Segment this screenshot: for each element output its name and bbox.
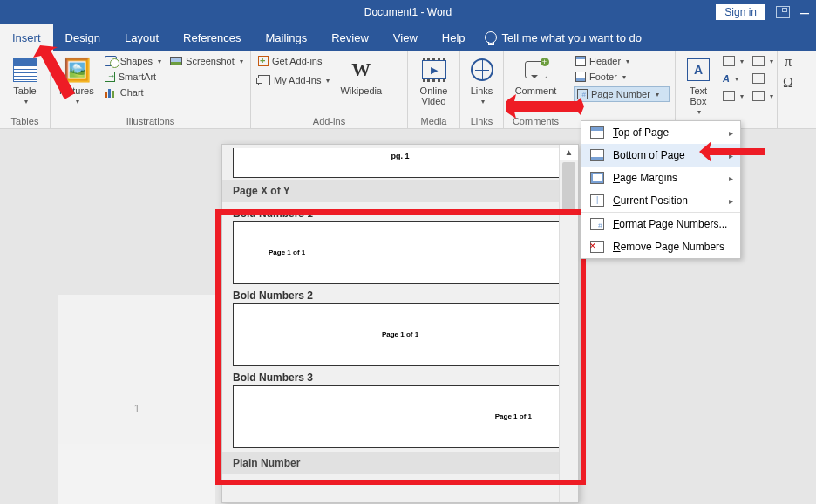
- format-page-numbers-icon: [590, 218, 604, 230]
- preview-text: Page 1 of 1: [495, 412, 532, 420]
- links-button[interactable]: Links ▾: [465, 54, 500, 107]
- header-button[interactable]: Header ▾: [574, 54, 670, 68]
- chart-button[interactable]: Chart: [103, 85, 163, 99]
- menu-page-margins[interactable]: Page Margins ▸: [581, 167, 740, 189]
- quick-parts-button[interactable]: ▾: [721, 54, 745, 68]
- signature-line-button[interactable]: ▾: [751, 54, 775, 68]
- comment-icon: [525, 61, 547, 78]
- tab-view[interactable]: View: [381, 24, 430, 51]
- page-margins-icon: [590, 172, 604, 184]
- chevron-down-icon: ▾: [626, 58, 629, 65]
- preview-current-label: pg. 1: [391, 152, 409, 160]
- preview-text: Page 1 of 1: [382, 330, 418, 338]
- menu-remove-page-numbers[interactable]: Remove Page Numbers: [581, 235, 740, 258]
- group-tables-label: Tables: [5, 116, 44, 126]
- header-label: Header: [589, 56, 621, 66]
- group-addins-label: Add-ins: [256, 116, 402, 126]
- links-icon: [471, 58, 493, 81]
- scroll-up-icon[interactable]: ▲: [560, 145, 578, 160]
- gallery-item-bold-3-label: Bold Numbers 3: [222, 366, 578, 385]
- menu-format-page-numbers[interactable]: Format Page Numbers...: [581, 212, 740, 235]
- remove-page-numbers-icon: [590, 241, 604, 253]
- footer-button[interactable]: Footer ▾: [574, 70, 670, 84]
- chevron-down-icon: ▾: [240, 58, 243, 65]
- window-title: Document1 - Word: [364, 6, 452, 18]
- group-illustrations-label: Illustrations: [56, 116, 245, 126]
- tab-review[interactable]: Review: [319, 24, 381, 51]
- text-box-icon: [687, 58, 710, 81]
- get-addins-label: Get Add-ins: [272, 56, 322, 66]
- chevron-down-icon: ▾: [158, 58, 161, 65]
- store-icon: [258, 56, 269, 66]
- gallery-item-bold-2-label: Bold Numbers 2: [222, 284, 578, 303]
- gallery-section-page-x-of-y: Page X of Y: [222, 180, 578, 202]
- screenshot-button[interactable]: Screenshot ▾: [168, 54, 245, 68]
- shapes-button[interactable]: Shapes ▾: [103, 54, 163, 68]
- preview-text: Page 1 of 1: [269, 249, 305, 256]
- video-icon: [422, 60, 446, 79]
- wordart-button[interactable]: A▾: [721, 72, 745, 85]
- gallery-item-bold-2[interactable]: Page 1 of 1: [233, 303, 568, 366]
- tell-me-label: Tell me what you want to do: [502, 31, 642, 44]
- gallery-scrollbar[interactable]: ▲: [559, 145, 578, 502]
- footer-icon: [575, 72, 586, 82]
- wikipedia-label: Wikipedia: [340, 85, 382, 96]
- page-number-button[interactable]: Page Number ▾: [574, 86, 670, 102]
- header-icon: [575, 56, 586, 66]
- wikipedia-icon: W: [347, 56, 375, 84]
- my-addins-button[interactable]: My Add-ins ▾: [256, 73, 331, 87]
- online-video-button[interactable]: Online Video: [417, 54, 452, 108]
- tab-references[interactable]: References: [171, 24, 253, 51]
- scroll-thumb[interactable]: [562, 162, 575, 215]
- gallery-preview-current[interactable]: pg. 1: [233, 148, 568, 178]
- page-indicator: 1: [133, 402, 139, 415]
- page-number-gallery: pg. 1 Page X of Y Bold Numbers 1 Page 1 …: [221, 144, 579, 503]
- equation-icon[interactable]: π: [785, 54, 792, 70]
- lightbulb-icon: [485, 31, 497, 44]
- ribbon: Table ▾ Tables 🖼️ Pictures ▾ Shapes ▾: [0, 51, 816, 129]
- date-time-button[interactable]: [751, 72, 775, 85]
- svg-marker-0: [33, 45, 75, 99]
- chevron-down-icon: ▾: [326, 77, 330, 85]
- shapes-label: Shapes: [120, 56, 153, 66]
- get-addins-button[interactable]: Get Add-ins: [256, 54, 331, 68]
- group-links-label: Links: [466, 116, 498, 126]
- ribbon-display-options-icon[interactable]: [776, 6, 790, 18]
- submenu-caret-icon: ▸: [729, 128, 733, 138]
- gallery-item-bold-1[interactable]: Page 1 of 1: [233, 221, 568, 284]
- gallery-item-bold-1-label: Bold Numbers 1: [222, 202, 578, 221]
- tab-mailings[interactable]: Mailings: [254, 24, 320, 51]
- smartart-button[interactable]: SmartArt: [103, 70, 163, 84]
- wikipedia-button[interactable]: W Wikipedia: [337, 54, 385, 98]
- chevron-down-icon: ▾: [697, 108, 701, 116]
- comment-button[interactable]: Comment: [512, 54, 561, 98]
- page-number-label: Page Number: [591, 89, 650, 99]
- menu-current-position[interactable]: Current Position ▸: [581, 189, 740, 212]
- tab-layout[interactable]: Layout: [112, 24, 171, 51]
- tell-me-search[interactable]: Tell me what you want to do: [485, 24, 642, 51]
- my-addins-label: My Add-ins: [274, 75, 321, 85]
- smartart-icon: [105, 72, 115, 82]
- footer-label: Footer: [589, 72, 617, 82]
- sign-in-button[interactable]: Sign in: [716, 4, 765, 20]
- drop-cap-button[interactable]: ▾: [721, 89, 745, 103]
- object-button[interactable]: ▾: [751, 89, 775, 103]
- screenshot-label: Screenshot: [186, 56, 235, 66]
- gallery-item-bold-3[interactable]: Page 1 of 1: [233, 385, 568, 448]
- annotation-arrow-bottom-of-page: [699, 140, 769, 166]
- tab-help[interactable]: Help: [430, 24, 478, 51]
- ribbon-tabs: Insert Design Layout References Mailings…: [0, 24, 816, 51]
- minimize-icon[interactable]: –: [800, 9, 809, 16]
- text-box-button[interactable]: Text Box ▾: [681, 54, 716, 118]
- svg-marker-1: [506, 94, 584, 119]
- submenu-caret-icon: ▸: [729, 196, 733, 206]
- text-box-label: Text Box: [690, 85, 707, 106]
- object-icon: [752, 91, 765, 101]
- chart-label: Chart: [120, 87, 144, 98]
- video-label: Online Video: [420, 85, 448, 106]
- symbol-icon[interactable]: Ω: [783, 75, 793, 91]
- shapes-icon: [105, 56, 117, 66]
- chevron-down-icon: ▾: [481, 98, 485, 106]
- submenu-caret-icon: ▸: [729, 174, 733, 183]
- chart-icon: [105, 87, 117, 98]
